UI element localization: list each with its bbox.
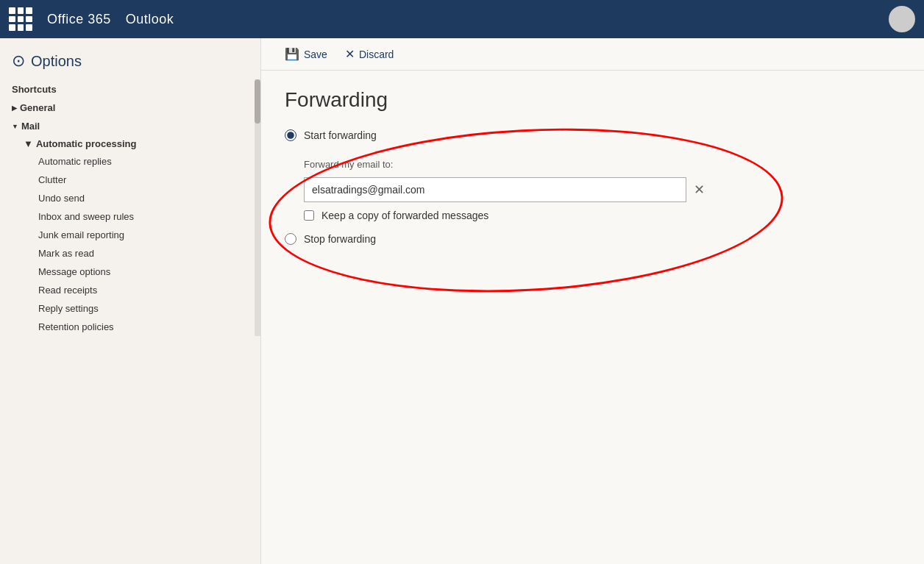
app-launcher-icon[interactable] bbox=[9, 7, 32, 31]
sidebar-item-automatic-processing[interactable]: ▼ Automatic processing bbox=[12, 135, 243, 152]
page-content: Forwarding Start forwarding Forward my e… bbox=[261, 71, 924, 263]
keep-copy-checkbox[interactable] bbox=[304, 210, 314, 221]
mail-expand-icon: ▼ bbox=[12, 123, 18, 130]
forward-to-label: Forward my email to: bbox=[304, 159, 900, 170]
avatar[interactable] bbox=[889, 6, 915, 32]
sidebar-item-message-options[interactable]: Message options bbox=[12, 263, 243, 281]
auto-proc-label: Automatic processing bbox=[36, 138, 137, 149]
stop-forwarding-radio[interactable] bbox=[285, 233, 296, 245]
company-name: Office 365 bbox=[47, 12, 111, 27]
stop-forwarding-option[interactable]: Stop forwarding bbox=[285, 233, 900, 245]
sidebar-item-mail[interactable]: ▼ Mail bbox=[12, 116, 243, 135]
sidebar-item-undo-send[interactable]: Undo send bbox=[12, 189, 243, 207]
sidebar-item-inbox-sweep[interactable]: Inbox and sweep rules bbox=[12, 207, 243, 226]
save-button[interactable]: 💾 Save bbox=[285, 47, 327, 61]
keep-copy-label: Keep a copy of forwarded messages bbox=[321, 210, 488, 221]
sidebar-scrollbar-thumb[interactable] bbox=[255, 79, 260, 124]
content-area: 💾 Save ✕ Discard Forwarding Start forwar… bbox=[261, 38, 924, 564]
sidebar-scrollable: Shortcuts ▶ General ▼ Mail ▼ Automatic p… bbox=[0, 79, 260, 336]
page-title: Forwarding bbox=[285, 88, 900, 112]
sidebar-item-reply-settings[interactable]: Reply settings bbox=[12, 299, 243, 318]
stop-forwarding-label: Stop forwarding bbox=[304, 233, 376, 245]
general-expand-icon: ▶ bbox=[12, 104, 17, 112]
sidebar-item-automatic-replies[interactable]: Automatic replies bbox=[12, 152, 243, 171]
save-icon: 💾 bbox=[285, 47, 299, 61]
sidebar-item-shortcuts[interactable]: Shortcuts bbox=[12, 79, 243, 98]
sidebar-scrollbar[interactable] bbox=[255, 79, 260, 336]
sidebar-item-clutter[interactable]: Clutter bbox=[12, 171, 243, 189]
forward-email-group: Forward my email to: ✕ Keep a copy of fo… bbox=[304, 159, 900, 221]
top-bar: Office 365 Outlook bbox=[0, 0, 924, 38]
sidebar: ⊙ Options Shortcuts ▶ General ▼ Mail bbox=[0, 38, 261, 564]
sidebar-items: Shortcuts ▶ General ▼ Mail ▼ Automatic p… bbox=[0, 79, 255, 336]
auto-proc-expand-icon: ▼ bbox=[24, 138, 33, 149]
options-header[interactable]: ⊙ Options bbox=[0, 38, 260, 79]
back-icon: ⊙ bbox=[12, 51, 25, 71]
start-forwarding-label: Start forwarding bbox=[304, 129, 377, 141]
clear-email-button[interactable]: ✕ bbox=[694, 182, 705, 198]
toolbar: 💾 Save ✕ Discard bbox=[261, 38, 924, 71]
save-label: Save bbox=[304, 49, 327, 60]
sidebar-item-general[interactable]: ▶ General bbox=[12, 98, 243, 116]
forwarding-options: Start forwarding Forward my email to: ✕ … bbox=[285, 129, 900, 245]
app-name: Outlook bbox=[126, 12, 174, 27]
forward-input-row: ✕ bbox=[304, 177, 900, 202]
start-forwarding-option[interactable]: Start forwarding bbox=[285, 129, 900, 141]
mail-label: Mail bbox=[21, 121, 40, 132]
sidebar-item-retention-policies[interactable]: Retention policies bbox=[12, 318, 243, 336]
sidebar-item-mark-as-read[interactable]: Mark as read bbox=[12, 244, 243, 263]
sidebar-item-read-receipts[interactable]: Read receipts bbox=[12, 281, 243, 299]
start-forwarding-radio[interactable] bbox=[285, 129, 296, 141]
forward-email-input[interactable] bbox=[304, 177, 686, 202]
general-label: General bbox=[20, 102, 55, 113]
discard-icon: ✕ bbox=[345, 47, 355, 61]
sidebar-item-junk-email[interactable]: Junk email reporting bbox=[12, 226, 243, 244]
keep-copy-row[interactable]: Keep a copy of forwarded messages bbox=[304, 210, 900, 221]
main-content: ⊙ Options Shortcuts ▶ General ▼ Mail bbox=[0, 38, 924, 564]
options-label: Options bbox=[31, 53, 82, 70]
discard-button[interactable]: ✕ Discard bbox=[345, 47, 394, 61]
discard-label: Discard bbox=[359, 49, 394, 60]
